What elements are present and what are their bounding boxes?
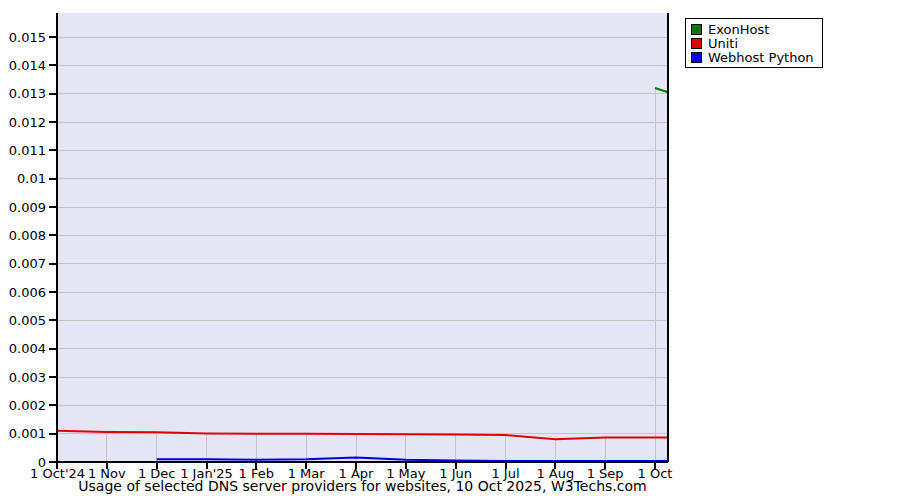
- y-tick-label: 0.006: [9, 285, 46, 300]
- y-tick-label: 0.014: [9, 58, 46, 73]
- y-tick-label: 0.01: [17, 171, 46, 186]
- w3techs-chart-screenshot: 00.0010.0020.0030.0040.0050.0060.0070.00…: [0, 0, 900, 500]
- legend-label-uniti: Uniti: [708, 37, 738, 50]
- y-tick-label: 0.012: [9, 115, 46, 130]
- chart-canvas: 00.0010.0020.0030.0040.0050.0060.0070.00…: [0, 0, 900, 500]
- y-tick-label: 0.005: [9, 313, 46, 328]
- legend-label-exonhost: ExonHost: [708, 23, 769, 36]
- y-tick-label: 0.008: [9, 228, 46, 243]
- legend-item-exonhost: ExonHost: [691, 22, 814, 36]
- legend-item-webhost-python: Webhost Python: [691, 50, 814, 64]
- y-tick-label: 0.011: [9, 143, 46, 158]
- y-tick-label: 0.013: [9, 86, 46, 101]
- y-tick-label: 0.002: [9, 398, 46, 413]
- legend-swatch-webhost-python: [691, 52, 702, 63]
- y-tick-label: 0.001: [9, 426, 46, 441]
- y-tick-label: 0.015: [9, 30, 46, 45]
- chart-title: Usage of selected DNS server providers f…: [57, 477, 668, 495]
- y-tick-label: 0.004: [9, 341, 46, 356]
- legend-swatch-exonhost: [691, 24, 702, 35]
- y-axis-labels: 00.0010.0020.0030.0040.0050.0060.0070.00…: [9, 30, 46, 470]
- legend: ExonHost Uniti Webhost Python: [685, 18, 823, 68]
- plot-area: [57, 13, 668, 462]
- legend-label-webhost-python: Webhost Python: [708, 51, 814, 64]
- legend-item-uniti: Uniti: [691, 36, 814, 50]
- y-tick-label: 0.003: [9, 370, 46, 385]
- legend-swatch-uniti: [691, 38, 702, 49]
- y-tick-label: 0.007: [9, 256, 46, 271]
- y-tick-label: 0.009: [9, 200, 46, 215]
